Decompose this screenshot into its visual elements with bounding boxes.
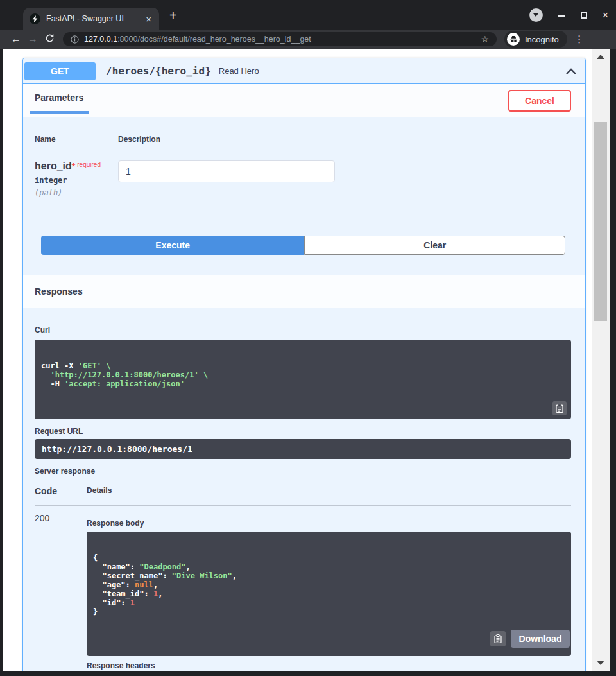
back-button[interactable]: ← [8,33,24,45]
parameters-table-header: Name Description [35,117,571,152]
fastapi-favicon-icon [30,13,40,24]
chrome-menu-circle-icon[interactable] [529,8,543,22]
details-column-header: Details [87,486,112,496]
forward-button[interactable]: → [24,33,41,45]
response-body-block: { "name": "Deadpond", "secret_name": "Di… [87,532,571,656]
download-button[interactable]: Download [511,630,570,648]
description-column-header: Description [118,135,160,144]
opblock-get-hero: GET /heroes/{hero_id} Read Hero Paramete… [22,58,586,671]
reload-button[interactable] [41,33,58,46]
new-tab-button[interactable]: + [169,8,177,23]
cancel-button[interactable]: Cancel [508,90,571,112]
tab-parameters[interactable]: Parameters [30,84,89,114]
curl-command-block: curl -X 'GET' \ 'http://127.0.0.1:8000/h… [35,340,571,419]
bookmark-star-icon[interactable]: ☆ [481,34,489,44]
responses-section: Curl curl -X 'GET' \ 'http://127.0.0.1:8… [23,308,585,671]
swagger-page: GET /heroes/{hero_id} Read Hero Paramete… [3,49,592,671]
parameter-location: (path) [35,188,118,197]
incognito-badge: Incognito [504,31,567,48]
parameters-tab-row: Parameters Cancel [23,84,585,117]
minimize-button[interactable] [558,15,565,17]
page-info-icon[interactable] [71,35,79,44]
url-bar[interactable]: 127.0.0.1:8000/docs#/default/read_hero_h… [63,32,497,46]
tab-close-icon[interactable]: × [144,13,153,24]
parameter-type: integer [35,176,118,185]
url-host: 127.0.0.1 [84,35,117,44]
required-asterisk: * [72,161,75,171]
endpoint-summary: Read Hero [219,66,259,76]
tab-bar: FastAPI - Swagger UI × + × [0,0,616,30]
window-controls: × [529,8,608,22]
incognito-label: Incognito [525,35,559,44]
response-headers-label: Response headers [87,661,571,670]
maximize-button[interactable] [581,12,587,19]
execute-button[interactable]: Execute [41,236,304,255]
name-column-header: Name [35,135,118,144]
curl-label: Curl [35,325,571,334]
response-status-code: 200 [35,513,87,671]
parameter-name-cell: hero_id*required integer (path) [35,160,118,197]
server-response-label: Server response [35,467,571,476]
response-details-cell: Response body { "name": "Deadpond", "sec… [87,513,571,671]
collapse-chevron-up-icon[interactable] [565,67,578,75]
scrollbar-down-arrow-icon[interactable] [597,661,604,665]
scrollbar-up-arrow-icon[interactable] [597,55,604,59]
copy-response-button[interactable] [490,631,506,646]
scrollbar-thumb[interactable] [594,122,607,321]
incognito-icon [507,33,520,46]
browser-menu-icon[interactable]: ⋮ [573,33,586,45]
page-scrollbar[interactable] [592,49,610,671]
browser-tab[interactable]: FastAPI - Swagger UI × [23,8,159,30]
tab-title: FastAPI - Swagger UI [46,14,144,23]
copy-curl-button[interactable] [552,401,567,415]
response-body-label: Response body [87,519,571,528]
opblock-header[interactable]: GET /heroes/{hero_id} Read Hero [23,58,585,84]
url-text: 127.0.0.1:8000/docs#/default/read_hero_h… [84,35,311,44]
request-url-label: Request URL [35,427,571,436]
url-path: :8000/docs#/default/read_hero_heroes__he… [117,35,311,44]
browser-toolbar: ← → 127.0.0.1:8000/docs#/default/read_he… [0,30,616,49]
clear-button[interactable]: Clear [304,236,565,255]
window-close-button[interactable]: × [603,11,608,20]
execute-button-group: Execute Clear [41,236,565,255]
parameter-value-cell [118,160,335,197]
code-column-header: Code [35,486,87,496]
method-badge: GET [24,62,96,80]
responses-section-header: Responses [23,275,585,308]
request-url-block: http://127.0.0.1:8000/heroes/1 [35,439,571,459]
server-response-table-header: Code Details [35,486,571,506]
hero-id-input[interactable] [118,160,335,182]
parameters-section: Name Description hero_id*required intege… [23,117,585,275]
browser-window: { "browser": { "tab": { "title": "FastAP… [0,0,616,676]
parameter-name: hero_id*required [35,160,118,172]
required-label: required [77,161,101,168]
parameter-row: hero_id*required integer (path) [35,152,571,197]
server-response-row: 200 Response body { "name": "Deadpond", … [35,506,571,671]
endpoint-path: /heroes/{hero_id} [106,65,211,77]
